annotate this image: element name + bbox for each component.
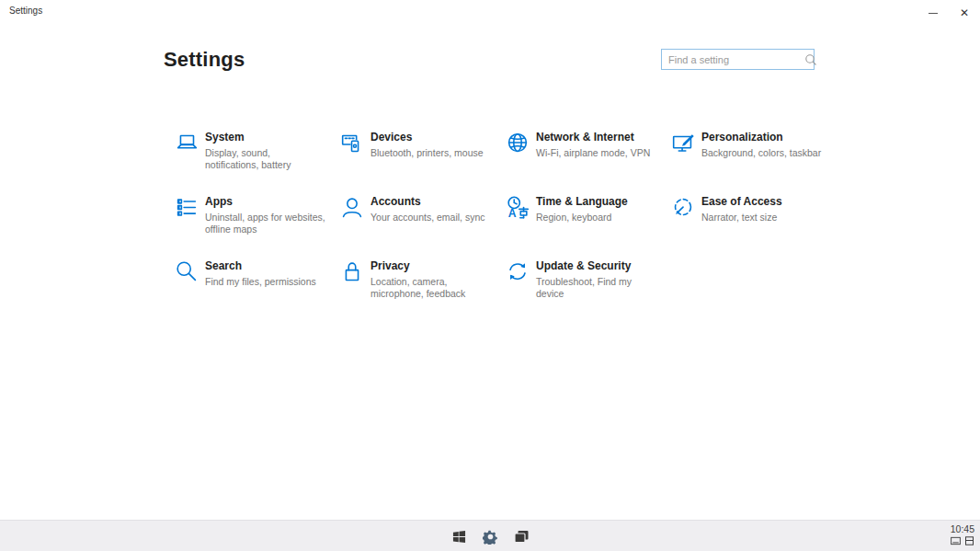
- task-view-icon: [514, 530, 529, 544]
- titlebar: Settings ✕: [0, 0, 980, 28]
- list-icon: [173, 194, 200, 222]
- window-controls: ✕: [917, 0, 980, 28]
- touch-keyboard-icon[interactable]: [951, 536, 961, 545]
- laptop-icon: [173, 130, 200, 157]
- tile-title: Network & Internet: [536, 131, 657, 143]
- tile-subtitle: Location, camera, microphone, feedback: [370, 276, 492, 300]
- settings-window: Settings ✕ Settings System Display, soun…: [0, 0, 980, 551]
- tile-title: Search: [205, 259, 326, 272]
- tile-update-security[interactable]: Update & Security Troubleshoot, Find my …: [504, 257, 669, 321]
- devices-icon: [338, 130, 366, 157]
- system-tray: 10:45: [951, 522, 974, 545]
- tile-subtitle: Find my files, permissions: [205, 276, 326, 288]
- tile-system[interactable]: System Display, sound, notifications, ba…: [173, 128, 338, 192]
- page-title: Settings: [164, 48, 245, 72]
- monitor-pen-icon: [669, 130, 697, 157]
- tile-title: Ease of Access: [701, 195, 823, 208]
- tile-network[interactable]: Network & Internet Wi-Fi, airplane mode,…: [504, 128, 669, 192]
- task-view-button[interactable]: [510, 523, 532, 549]
- tray-status-icon[interactable]: [964, 536, 974, 545]
- tile-subtitle: Background, colors, taskbar: [701, 147, 823, 159]
- search-icon[interactable]: [803, 52, 819, 68]
- tile-devices[interactable]: Devices Bluetooth, printers, mouse: [338, 128, 504, 192]
- tile-personalization[interactable]: Personalization Background, colors, task…: [669, 128, 835, 192]
- tile-title: Time & Language: [536, 195, 657, 208]
- tile-title: Apps: [205, 195, 326, 208]
- tile-subtitle: Uninstall, apps for websites, offline ma…: [205, 212, 326, 235]
- tile-subtitle: Bluetooth, printers, mouse: [370, 147, 492, 159]
- lock-icon: [338, 258, 366, 286]
- tile-title: Devices: [370, 131, 492, 143]
- ease-of-access-icon: [669, 194, 697, 222]
- window-title: Settings: [9, 6, 42, 16]
- tile-title: Privacy: [370, 259, 492, 272]
- clock-language-icon: A: [504, 194, 531, 222]
- minimize-button[interactable]: [917, 0, 949, 26]
- tile-subtitle: Wi-Fi, airplane mode, VPN: [536, 147, 657, 159]
- taskbar-settings-app-button[interactable]: [479, 523, 501, 549]
- settings-tiles: System Display, sound, notifications, ba…: [173, 128, 835, 321]
- tile-title: Personalization: [701, 131, 823, 143]
- tile-subtitle: Narrator, text size: [701, 212, 823, 224]
- tile-search[interactable]: Search Find my files, permissions: [173, 257, 338, 321]
- taskbar: 10:45: [0, 520, 980, 551]
- svg-text:A: A: [508, 207, 517, 220]
- tile-apps[interactable]: Apps Uninstall, apps for websites, offli…: [173, 192, 338, 257]
- search-box: [661, 49, 815, 70]
- tile-time-language[interactable]: A Time & Language Region, keyboard: [504, 192, 669, 257]
- person-icon: [338, 194, 366, 222]
- search-input[interactable]: [662, 54, 803, 65]
- close-button[interactable]: ✕: [949, 0, 980, 26]
- sync-icon: [504, 258, 531, 286]
- tile-accounts[interactable]: Accounts Your accounts, email, sync: [338, 192, 504, 257]
- start-button[interactable]: [448, 523, 470, 549]
- tile-subtitle: Region, keyboard: [536, 212, 657, 224]
- tile-subtitle: Your accounts, email, sync: [370, 212, 492, 224]
- tile-ease-of-access[interactable]: Ease of Access Narrator, text size: [669, 192, 835, 257]
- minimize-icon: [929, 13, 938, 14]
- tile-title: System: [205, 131, 326, 143]
- magnifier-icon: [173, 258, 200, 286]
- windows-logo-icon: [452, 530, 466, 544]
- tile-subtitle: Display, sound, notifications, battery: [205, 147, 326, 171]
- tile-title: Accounts: [370, 195, 492, 208]
- tile-privacy[interactable]: Privacy Location, camera, microphone, fe…: [338, 257, 504, 321]
- globe-icon: [504, 130, 531, 157]
- gear-icon: [483, 529, 498, 545]
- taskbar-clock[interactable]: 10:45: [951, 522, 974, 535]
- tile-subtitle: Troubleshoot, Find my device: [536, 276, 657, 300]
- tile-title: Update & Security: [536, 259, 657, 272]
